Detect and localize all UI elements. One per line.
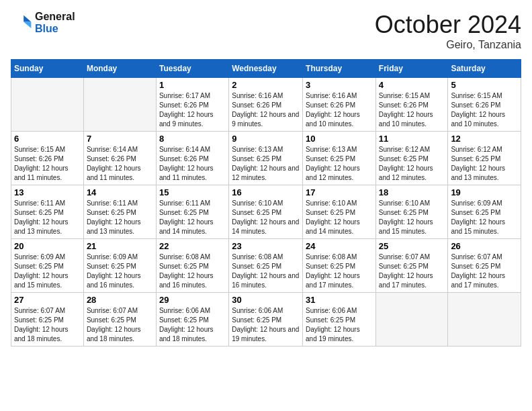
day-header-friday: Friday (375, 60, 448, 78)
calendar-cell: 23Sunrise: 6:08 AMSunset: 6:25 PMDayligh… (229, 239, 303, 293)
calendar-cell: 17Sunrise: 6:10 AMSunset: 6:25 PMDayligh… (303, 185, 376, 239)
day-number: 5 (451, 80, 518, 90)
svg-marker-0 (24, 15, 31, 22)
page-header: General Blue October 2024 Geiro, Tanzani… (11, 11, 521, 51)
calendar-cell: 27Sunrise: 6:07 AMSunset: 6:25 PMDayligh… (11, 293, 84, 347)
day-number: 20 (14, 241, 81, 251)
day-number: 15 (159, 187, 226, 197)
calendar-week-3: 13Sunrise: 6:11 AMSunset: 6:25 PMDayligh… (11, 185, 521, 239)
day-header-monday: Monday (83, 60, 156, 78)
calendar-cell (448, 293, 521, 347)
day-number: 28 (87, 295, 153, 305)
day-number: 16 (232, 187, 300, 197)
calendar-cell: 15Sunrise: 6:11 AMSunset: 6:25 PMDayligh… (156, 185, 228, 239)
day-number: 29 (159, 295, 226, 305)
logo-icon (11, 12, 32, 34)
day-number: 31 (306, 295, 373, 305)
day-number: 18 (379, 187, 445, 197)
day-info: Sunrise: 6:14 AMSunset: 6:26 PMDaylight:… (159, 145, 226, 183)
day-info: Sunrise: 6:07 AMSunset: 6:25 PMDaylight:… (87, 306, 153, 344)
day-info: Sunrise: 6:09 AMSunset: 6:25 PMDaylight:… (87, 253, 153, 290)
day-number: 6 (14, 134, 81, 144)
calendar-cell: 6Sunrise: 6:15 AMSunset: 6:26 PMDaylight… (11, 132, 84, 185)
calendar-week-1: 1Sunrise: 6:17 AMSunset: 6:26 PMDaylight… (11, 78, 521, 132)
day-number: 12 (451, 134, 518, 144)
logo-text: General Blue (35, 11, 75, 35)
day-header-wednesday: Wednesday (229, 60, 303, 78)
calendar-header-row: SundayMondayTuesdayWednesdayThursdayFrid… (11, 60, 521, 78)
day-header-tuesday: Tuesday (156, 60, 228, 78)
day-info: Sunrise: 6:13 AMSunset: 6:25 PMDaylight:… (306, 145, 373, 183)
calendar-cell: 7Sunrise: 6:14 AMSunset: 6:26 PMDaylight… (83, 132, 156, 185)
day-info: Sunrise: 6:10 AMSunset: 6:25 PMDaylight:… (379, 199, 445, 236)
calendar-cell: 11Sunrise: 6:12 AMSunset: 6:25 PMDayligh… (375, 132, 448, 185)
day-info: Sunrise: 6:11 AMSunset: 6:25 PMDaylight:… (14, 199, 81, 236)
day-header-thursday: Thursday (303, 60, 376, 78)
day-info: Sunrise: 6:09 AMSunset: 6:25 PMDaylight:… (14, 253, 81, 290)
calendar-cell: 31Sunrise: 6:06 AMSunset: 6:25 PMDayligh… (303, 293, 376, 347)
day-header-sunday: Sunday (11, 60, 84, 78)
calendar-cell: 30Sunrise: 6:06 AMSunset: 6:25 PMDayligh… (229, 293, 303, 347)
calendar-cell: 12Sunrise: 6:12 AMSunset: 6:25 PMDayligh… (448, 132, 521, 185)
calendar-table: SundayMondayTuesdayWednesdayThursdayFrid… (11, 59, 521, 347)
calendar-cell: 3Sunrise: 6:16 AMSunset: 6:26 PMDaylight… (303, 78, 376, 132)
month-info: October 2024 Geiro, Tanzania (375, 11, 521, 51)
calendar-cell: 22Sunrise: 6:08 AMSunset: 6:25 PMDayligh… (156, 239, 228, 293)
day-info: Sunrise: 6:08 AMSunset: 6:25 PMDaylight:… (232, 253, 300, 290)
day-number: 25 (379, 241, 445, 251)
calendar-cell: 4Sunrise: 6:15 AMSunset: 6:26 PMDaylight… (375, 78, 448, 132)
calendar-cell: 21Sunrise: 6:09 AMSunset: 6:25 PMDayligh… (83, 239, 156, 293)
calendar-cell: 14Sunrise: 6:11 AMSunset: 6:25 PMDayligh… (83, 185, 156, 239)
day-info: Sunrise: 6:06 AMSunset: 6:25 PMDaylight:… (232, 306, 300, 344)
calendar-cell: 9Sunrise: 6:13 AMSunset: 6:25 PMDaylight… (229, 132, 303, 185)
day-number: 13 (14, 187, 81, 197)
calendar-cell: 28Sunrise: 6:07 AMSunset: 6:25 PMDayligh… (83, 293, 156, 347)
calendar-cell: 10Sunrise: 6:13 AMSunset: 6:25 PMDayligh… (303, 132, 376, 185)
calendar-cell: 2Sunrise: 6:16 AMSunset: 6:26 PMDaylight… (229, 78, 303, 132)
calendar-week-2: 6Sunrise: 6:15 AMSunset: 6:26 PMDaylight… (11, 132, 521, 185)
calendar-cell (83, 78, 156, 132)
day-info: Sunrise: 6:13 AMSunset: 6:25 PMDaylight:… (232, 145, 300, 183)
day-number: 2 (232, 80, 300, 90)
location: Geiro, Tanzania (375, 39, 521, 51)
day-info: Sunrise: 6:16 AMSunset: 6:26 PMDaylight:… (232, 91, 300, 129)
calendar-cell: 29Sunrise: 6:06 AMSunset: 6:25 PMDayligh… (156, 293, 228, 347)
day-info: Sunrise: 6:10 AMSunset: 6:25 PMDaylight:… (232, 199, 300, 236)
day-info: Sunrise: 6:16 AMSunset: 6:26 PMDaylight:… (306, 91, 373, 129)
day-number: 26 (451, 241, 518, 251)
day-info: Sunrise: 6:11 AMSunset: 6:25 PMDaylight:… (87, 199, 153, 236)
day-number: 7 (87, 134, 153, 144)
calendar-cell (11, 78, 84, 132)
day-info: Sunrise: 6:08 AMSunset: 6:25 PMDaylight:… (306, 253, 373, 290)
calendar-cell: 5Sunrise: 6:15 AMSunset: 6:26 PMDaylight… (448, 78, 521, 132)
calendar-cell: 16Sunrise: 6:10 AMSunset: 6:25 PMDayligh… (229, 185, 303, 239)
day-number: 19 (451, 187, 518, 197)
day-number: 4 (379, 80, 445, 90)
day-info: Sunrise: 6:08 AMSunset: 6:25 PMDaylight:… (159, 253, 226, 290)
calendar-cell (375, 293, 448, 347)
day-info: Sunrise: 6:07 AMSunset: 6:25 PMDaylight:… (379, 253, 445, 290)
day-info: Sunrise: 6:07 AMSunset: 6:25 PMDaylight:… (451, 253, 518, 290)
calendar-cell: 20Sunrise: 6:09 AMSunset: 6:25 PMDayligh… (11, 239, 84, 293)
calendar-cell: 1Sunrise: 6:17 AMSunset: 6:26 PMDaylight… (156, 78, 228, 132)
day-number: 23 (232, 241, 300, 251)
day-number: 27 (14, 295, 81, 305)
calendar-cell: 18Sunrise: 6:10 AMSunset: 6:25 PMDayligh… (375, 185, 448, 239)
calendar-cell: 25Sunrise: 6:07 AMSunset: 6:25 PMDayligh… (375, 239, 448, 293)
day-info: Sunrise: 6:06 AMSunset: 6:25 PMDaylight:… (159, 306, 226, 344)
day-info: Sunrise: 6:12 AMSunset: 6:25 PMDaylight:… (451, 145, 518, 183)
calendar-cell: 19Sunrise: 6:09 AMSunset: 6:25 PMDayligh… (448, 185, 521, 239)
month-title: October 2024 (375, 11, 521, 39)
day-info: Sunrise: 6:11 AMSunset: 6:25 PMDaylight:… (159, 199, 226, 236)
day-info: Sunrise: 6:12 AMSunset: 6:25 PMDaylight:… (379, 145, 445, 183)
day-info: Sunrise: 6:15 AMSunset: 6:26 PMDaylight:… (14, 145, 81, 183)
day-info: Sunrise: 6:07 AMSunset: 6:25 PMDaylight:… (14, 306, 81, 344)
day-header-saturday: Saturday (448, 60, 521, 78)
day-number: 30 (232, 295, 300, 305)
day-info: Sunrise: 6:15 AMSunset: 6:26 PMDaylight:… (451, 91, 518, 129)
day-number: 3 (306, 80, 373, 90)
calendar-cell: 8Sunrise: 6:14 AMSunset: 6:26 PMDaylight… (156, 132, 228, 185)
day-number: 10 (306, 134, 373, 144)
day-info: Sunrise: 6:17 AMSunset: 6:26 PMDaylight:… (159, 91, 226, 129)
day-number: 14 (87, 187, 153, 197)
